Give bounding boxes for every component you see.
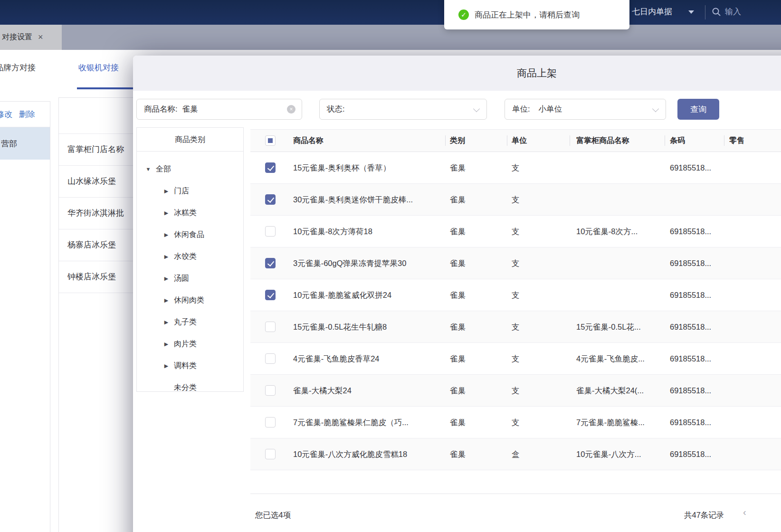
tree-item-all[interactable]: ▼ 全部 (137, 158, 243, 180)
select-all-checkbox[interactable] (265, 135, 276, 146)
cell-barcode: 69185518... (670, 311, 711, 342)
tree-item[interactable]: ▶ 冰糕类 (137, 202, 243, 224)
recent-orders-dropdown[interactable]: 七日内单据 (632, 6, 672, 17)
column-separator (507, 135, 507, 146)
tree-expand-icon[interactable]: ▶ (162, 355, 170, 377)
tree-item[interactable]: ▶ 丸子类 (137, 311, 243, 333)
window-tabstrip (0, 25, 781, 50)
clear-input-icon[interactable]: × (287, 105, 295, 114)
row-checkbox[interactable] (265, 385, 276, 396)
tree-item[interactable]: ▶ 调料类 (137, 355, 243, 377)
topbar-divider (705, 5, 705, 19)
row-checkbox[interactable] (265, 226, 276, 237)
tree-expand-icon[interactable]: ▶ (162, 333, 170, 355)
tree-expand-icon[interactable]: ▶ (162, 202, 170, 224)
unit-select[interactable]: 单位: 小单位 (505, 99, 666, 120)
tree-item[interactable]: ▶ 肉片类 (137, 333, 243, 355)
delete-link[interactable]: 删除 (19, 109, 35, 120)
product-listing-modal: 商品上架 商品名称: 雀巢 × 状态: 单位: 小单位 查询 商品类别 ▼ 全部 (133, 56, 781, 532)
row-checkbox[interactable] (265, 194, 276, 205)
row-checkbox[interactable] (265, 162, 276, 173)
table-row[interactable]: 3元雀巢-60gQ弹果冻青提苹果30 雀巢 支 69185518... (250, 247, 781, 279)
table-row[interactable]: 4元雀巢-飞鱼脆皮香草24 雀巢 支 4元雀巢-飞鱼脆皮... 69185518… (250, 343, 781, 375)
tree-item[interactable]: ▶ 休闲食品 (137, 224, 243, 246)
column-header: 零售 (729, 130, 744, 152)
tree-item-label: 调料类 (174, 355, 197, 377)
chevron-down-icon (652, 105, 659, 112)
table-row[interactable]: 15元雀巢-奥利奥杯（香草） 雀巢 支 69185518... (250, 152, 781, 184)
tree-expand-icon[interactable]: ▶ (162, 311, 170, 333)
cell-category: 雀巢 (450, 247, 466, 279)
tab-brand-connection[interactable]: 品牌方对接 (0, 62, 36, 73)
table-row[interactable]: 7元雀巢-脆脆鲨榛果仁脆皮（巧... 雀巢 支 7元雀巢-脆脆鲨榛... 691… (250, 407, 781, 438)
cell-product-name: 雀巢-大橘大梨24 (293, 375, 352, 406)
row-checkbox[interactable] (265, 322, 276, 332)
tree-item-label: 休闲肉类 (174, 289, 204, 311)
org-row-selected[interactable]: 营部 (0, 127, 50, 160)
tree-expand-icon[interactable]: ▶ (162, 267, 170, 289)
chevron-down-icon[interactable] (688, 10, 694, 14)
tree-item[interactable]: ▶ 门店 (137, 180, 243, 202)
search-placeholder: 输入 (725, 6, 741, 17)
column-separator (665, 135, 665, 146)
pagination-prev-icon[interactable]: ‹ (743, 507, 746, 518)
tree-item[interactable]: ▶ 休闲肉类 (137, 289, 243, 311)
table-row[interactable]: 10元雀巢-8次方薄荷18 雀巢 支 10元雀巢-8次方... 69185518… (250, 216, 781, 247)
screen: 七日内单据 输入 ✓ 商品正在上架中，请稍后查询 对接设置 × 品牌方对接 收银… (0, 0, 781, 532)
unit-label: 单位: (512, 104, 530, 114)
tree-item[interactable]: ▶ 水饺类 (137, 246, 243, 267)
table-row[interactable]: 10元雀巢-脆脆鲨威化双拼24 雀巢 支 69185518... (250, 279, 781, 311)
cell-unit: 支 (512, 375, 520, 406)
cell-unit: 支 (512, 311, 520, 342)
cell-barcode: 69185518... (670, 279, 711, 311)
background-left-panel: 修改 删除 营部 (0, 101, 50, 532)
cell-category: 雀巢 (450, 407, 466, 438)
cell-product-name: 4元雀巢-飞鱼脆皮香草24 (293, 343, 380, 374)
tab-pos-connection[interactable]: 收银机对接 (78, 62, 119, 73)
status-select[interactable]: 状态: (319, 99, 487, 120)
row-checkbox[interactable] (265, 258, 276, 268)
modal-header: 商品上架 (133, 56, 781, 91)
cell-unit: 支 (512, 407, 520, 438)
tree-expand-icon[interactable]: ▼ (144, 158, 152, 180)
tree-item[interactable]: 未分类 (137, 377, 243, 399)
cell-product-name: 15元雀巢-奥利奥杯（香草） (293, 152, 390, 183)
tree-expand-icon[interactable]: ▶ (162, 246, 170, 267)
row-checkbox[interactable] (265, 449, 276, 459)
column-separator (445, 135, 446, 146)
window-tab-label: 对接设置 (2, 32, 32, 42)
modal-title: 商品上架 (133, 56, 781, 91)
close-icon[interactable]: × (38, 32, 43, 42)
row-checkbox[interactable] (265, 353, 276, 364)
tree-expand-icon[interactable]: ▶ (162, 289, 170, 311)
tree-expand-icon[interactable]: ▶ (162, 224, 170, 246)
tree-item-label: 水饺类 (174, 246, 197, 267)
tree-item[interactable]: ▶ 汤圆 (137, 267, 243, 289)
cell-fzg-name: 15元雀巢-0.5L花... (576, 311, 641, 342)
cell-category: 雀巢 (450, 184, 466, 215)
cell-barcode: 69185518... (670, 216, 711, 247)
row-actions: 修改 删除 (0, 102, 50, 127)
cell-product-name: 7元雀巢-脆脆鲨榛果仁脆皮（巧... (293, 407, 409, 438)
tree-item-label: 全部 (156, 158, 171, 180)
cell-barcode: 69185518... (670, 375, 711, 406)
cell-fzg-name: 10元雀巢-8次方... (576, 216, 638, 247)
table-row[interactable]: 雀巢-大橘大梨24 雀巢 支 雀巢-大橘大梨24(... 69185518... (250, 375, 781, 407)
modify-link[interactable]: 修改 (0, 109, 12, 120)
success-check-icon: ✓ (458, 10, 469, 20)
global-search-input[interactable]: 输入 (712, 6, 741, 17)
query-button[interactable]: 查询 (677, 99, 719, 120)
product-name-input[interactable]: 商品名称: 雀巢 × (136, 99, 302, 120)
window-tab-connection-settings[interactable]: 对接设置 × (0, 25, 62, 50)
row-checkbox[interactable] (265, 417, 276, 428)
column-header: 单位 (512, 130, 527, 152)
row-checkbox[interactable] (265, 290, 276, 300)
table-row[interactable]: 30元雀巢-奥利奥迷你饼干脆皮棒... 雀巢 支 (250, 184, 781, 216)
toast-message: 商品正在上架中，请稍后查询 (475, 10, 580, 20)
selected-count: 您已选4项 (255, 508, 291, 522)
toast-notification: ✓ 商品正在上架中，请稍后查询 (444, 0, 629, 29)
tree-expand-icon[interactable]: ▶ (162, 180, 170, 202)
cell-fzg-name: 10元雀巢-八次方... (576, 438, 641, 470)
table-row[interactable]: 15元雀巢-0.5L花生牛轧糖8 雀巢 支 15元雀巢-0.5L花... 691… (250, 311, 781, 343)
table-row[interactable]: 10元雀巢-八次方威化脆皮雪糕18 雀巢 盒 10元雀巢-八次方... 6918… (250, 438, 781, 470)
